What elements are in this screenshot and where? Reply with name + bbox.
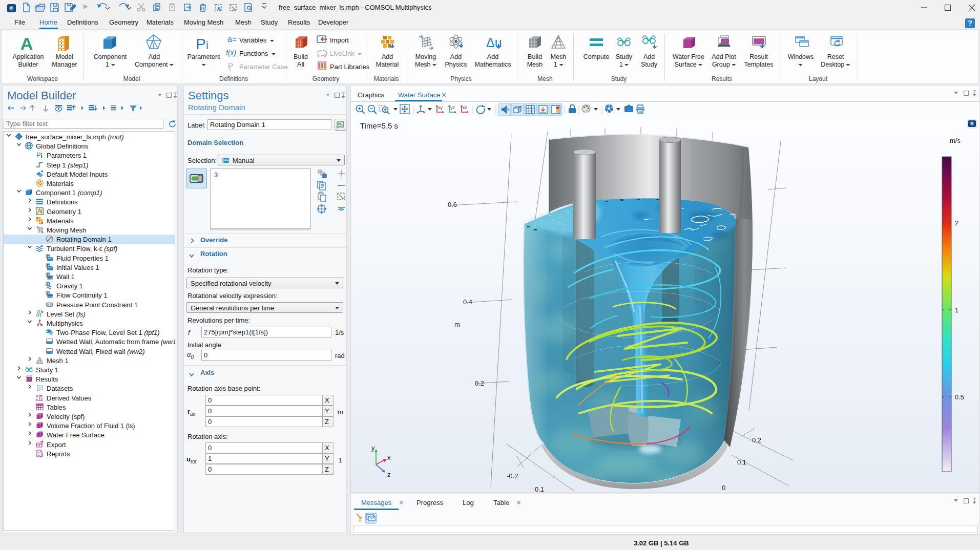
svg-text:yz: yz [450, 105, 455, 110]
svg-text:f(x): f(x) [226, 49, 236, 57]
svg-text:xz: xz [463, 105, 468, 110]
svg-text:m/s: m/s [950, 137, 961, 144]
svg-text:0: 0 [722, 484, 725, 492]
svg-text:A: A [20, 34, 33, 53]
svg-text:2: 2 [955, 219, 958, 227]
svg-text:y: y [371, 444, 375, 452]
svg-text:0.6: 0.6 [448, 201, 457, 208]
svg-text:0.4: 0.4 [463, 298, 472, 306]
svg-text:Time=5.5 s: Time=5.5 s [360, 121, 398, 130]
svg-text:xy: xy [438, 105, 443, 110]
svg-text:0.2: 0.2 [475, 379, 484, 387]
svg-text:0.5: 0.5 [955, 393, 964, 401]
svg-text:i: i [206, 39, 208, 52]
svg-text:P̥: P̥ [228, 61, 233, 71]
svg-text:0.2: 0.2 [752, 436, 761, 444]
svg-text:z: z [387, 471, 391, 478]
svg-text:x: x [387, 454, 391, 461]
svg-text:1: 1 [955, 306, 958, 314]
svg-text:P: P [196, 35, 206, 52]
svg-text:0.1: 0.1 [535, 485, 544, 492]
svg-text:a=: a= [227, 35, 237, 44]
svg-text:0.1: 0.1 [737, 458, 746, 466]
svg-text:m: m [454, 321, 460, 328]
svg-text:-0.2: -0.2 [507, 472, 518, 480]
